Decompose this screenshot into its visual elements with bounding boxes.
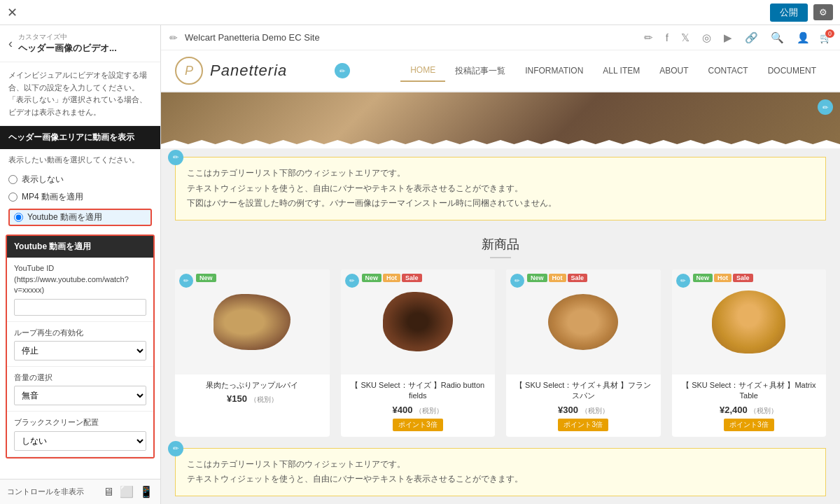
badge-hot-4: Hot — [714, 274, 732, 282]
new-products-section: 新商品 ✏ New 果肉たっぷりアップルパイ — [161, 229, 840, 448]
new-products-title: 新商品 — [175, 236, 826, 253]
widget-text-line2: テキストウィジェットを使うと、自由にバナーやテキストを表示させることができます。 — [187, 181, 814, 197]
logo-letter: P — [185, 64, 193, 78]
radio-mp4-input[interactable] — [8, 192, 18, 202]
product-edit-icon-4[interactable]: ✏ — [676, 274, 690, 288]
bottom-widget-line2: テキストウィジェットを使うと、自由にバナーやテキストを表示させることができます。 — [187, 472, 814, 487]
mobile-icon[interactable]: 📱 — [139, 485, 153, 498]
blackscreen-label: ブラックスクリーン配置 — [14, 417, 146, 428]
sub-description: 表示したい動画を選択してください。 — [0, 149, 160, 171]
nav-information[interactable]: INFORMATION — [515, 60, 593, 81]
hero-wave — [161, 138, 840, 148]
nav-document[interactable]: DOCUMENT — [758, 60, 826, 81]
search-icon[interactable]: 🔍 — [768, 30, 787, 46]
youtube-section-title: Youtube 動画を適用 — [7, 236, 153, 258]
nav-allitem[interactable]: ALL ITEM — [593, 60, 650, 81]
nav-about[interactable]: ABOUT — [650, 60, 698, 81]
badge-new-2: New — [362, 274, 382, 282]
bottom-widget-line1: ここはカテゴリーリスト下部のウィジェットエリアです。 — [187, 457, 814, 472]
hero-edit-icon[interactable]: ✏ — [818, 99, 833, 115]
product-img-area-1: ✏ New — [175, 270, 330, 374]
product-points-2: ポイント3倍 — [393, 419, 443, 431]
instagram-icon[interactable]: ◎ — [699, 30, 714, 46]
product-image-3 — [548, 294, 618, 350]
product-info-3: 【 SKU Select：サイズ＋具材 】フランスパン ¥300 （税別） ポイ… — [506, 374, 661, 437]
product-card-1: ✏ New 果肉たっぷりアップルパイ ¥150 （税別） — [175, 270, 330, 437]
product-price-1: ¥150 （税別） — [182, 393, 323, 405]
widget-text-line1: ここはカテゴリーリスト下部のウィジェットエリアです。 — [187, 166, 814, 181]
badge-hot-3: Hot — [549, 274, 566, 282]
main-layout: ‹ カスタマイズ中 ヘッダー画像のビデオ... メインビジュアルにビデオを設定す… — [0, 25, 840, 504]
product-edit-icon-3[interactable]: ✏ — [510, 274, 524, 288]
product-points-4: ポイント3倍 — [724, 419, 774, 431]
youtube-id-input[interactable] — [14, 299, 146, 316]
products-grid: ✏ New 果肉たっぷりアップルパイ ¥150 （税別） — [175, 270, 826, 437]
price-value-2: ¥400 — [392, 405, 412, 415]
product-edit-icon-2[interactable]: ✏ — [345, 274, 359, 288]
radio-mp4[interactable]: MP4 動画を適用 — [8, 191, 152, 203]
product-price-2: ¥400 （税別） — [348, 405, 489, 416]
publish-button[interactable]: 公開 — [770, 4, 808, 22]
price-value-4: ¥2,400 — [720, 405, 748, 415]
facebook-icon[interactable]: f — [663, 30, 671, 45]
edit-icon[interactable]: ✏ — [641, 30, 656, 46]
user-icon[interactable]: 👤 — [794, 30, 813, 46]
radio-youtube-input[interactable] — [14, 213, 23, 222]
admin-bar: ✕ 公開 ⚙ — [0, 0, 840, 25]
volume-select[interactable]: 無音 有音 — [14, 386, 146, 405]
sidebar-description: メインビジュアルにビデオを設定する場合、以下の設定を入力してください。「表示しな… — [0, 62, 160, 126]
bottom-widget-edit-icon[interactable]: ✏ — [168, 441, 183, 456]
radio-youtube-label: Youtube 動画を適用 — [27, 211, 102, 223]
desktop-icon[interactable]: 🖥 — [103, 485, 114, 498]
product-edit-icon-1[interactable]: ✏ — [179, 274, 193, 288]
product-name-4: 【 SKU Select：サイズ＋具材 】Matrix Table — [679, 380, 820, 402]
gear-button[interactable]: ⚙ — [813, 4, 833, 20]
product-info-1: 果肉たっぷりアップルパイ ¥150 （税別） — [175, 374, 330, 410]
radio-mp4-label: MP4 動画を適用 — [22, 191, 83, 203]
back-button[interactable]: ‹ — [8, 36, 13, 51]
radio-none-label: 表示しない — [22, 174, 64, 186]
nav-links: HOME 投稿記事一覧 INFORMATION ALL ITEM ABOUT C… — [400, 59, 826, 83]
product-price-4: ¥2,400 （税別） — [679, 405, 820, 416]
price-value-3: ¥300 — [558, 405, 578, 415]
nav-home[interactable]: HOME — [400, 59, 445, 82]
product-price-3: ¥300 （税別） — [513, 405, 654, 416]
badge-sale-4: Sale — [733, 274, 753, 282]
product-name-3: 【 SKU Select：サイズ＋具材 】フランスパン — [513, 380, 654, 402]
widget-area-bottom: ✏ ここはカテゴリーリスト下部のウィジェットエリアです。 テキストウィジェットを… — [175, 448, 826, 496]
product-badges-3: New Hot Sale — [527, 274, 587, 282]
price-tax-1: （税別） — [250, 396, 278, 403]
loop-label: ループ再生の有効化 — [14, 328, 146, 338]
link-icon[interactable]: 🔗 — [742, 30, 761, 46]
product-card-2: ✏ New Hot Sale 【 SKU Select：サイズ 】Radio b… — [341, 270, 496, 437]
nav-posts[interactable]: 投稿記事一覧 — [445, 59, 515, 83]
blackscreen-group: ブラックスクリーン配置 しない する — [7, 412, 153, 456]
nav-edit-icon[interactable]: ✏ — [335, 63, 350, 78]
section-title-block: 新商品 — [175, 236, 826, 258]
youtube-icon[interactable]: ▶ — [721, 30, 735, 46]
hero-area: ✏ — [161, 92, 840, 148]
twitter-icon[interactable]: 𝕏 — [678, 30, 692, 46]
widget-edit-icon[interactable]: ✏ — [168, 150, 183, 165]
radio-none-input[interactable] — [8, 175, 18, 184]
cart-button[interactable]: 🛒 0 — [820, 32, 832, 43]
site-favicon-icon: ✏ — [169, 32, 178, 43]
blackscreen-select[interactable]: しない する — [14, 431, 146, 451]
product-img-area-3: ✏ New Hot Sale — [506, 270, 661, 374]
hide-controls-button[interactable]: コントロールを非表示 — [7, 486, 84, 497]
badge-new-3: New — [527, 274, 547, 282]
product-image-4 — [712, 290, 785, 354]
radio-youtube[interactable]: Youtube 動画を適用 — [8, 209, 152, 226]
close-icon[interactable]: ✕ — [7, 5, 18, 20]
loop-select[interactable]: 停止 有効 — [14, 341, 146, 360]
nav-contact[interactable]: CONTACT — [699, 60, 758, 81]
youtube-id-label: YouTube ID(https://www.youtube.com/watch… — [14, 263, 146, 295]
product-points-3: ポイント3倍 — [558, 419, 608, 431]
widget-text-line3: 下図はバナーを設置した時の例です。バナー画像はテーマインストール時に同梱されてい… — [187, 196, 814, 211]
product-info-4: 【 SKU Select：サイズ＋具材 】Matrix Table ¥2,400… — [672, 374, 827, 437]
tablet-icon[interactable]: ⬜ — [120, 485, 134, 498]
radio-none[interactable]: 表示しない — [8, 174, 152, 186]
device-icons: 🖥 ⬜ 📱 — [103, 485, 153, 498]
price-tax-4: （税別） — [750, 407, 778, 414]
product-badges-2: New Hot Sale — [362, 274, 422, 282]
